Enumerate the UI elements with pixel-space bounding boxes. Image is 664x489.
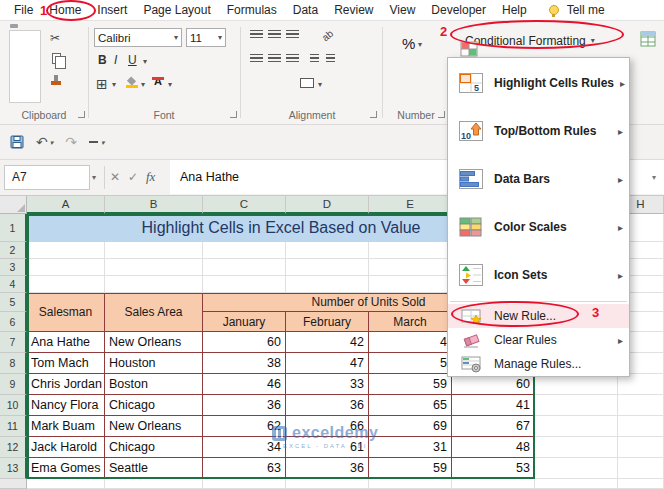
- tab-tell-me[interactable]: Tell me: [559, 0, 613, 20]
- column-header-D[interactable]: D: [286, 196, 369, 214]
- cancel-icon[interactable]: ✕: [110, 170, 120, 184]
- menu-item-data-bars[interactable]: Data Bars ▸: [448, 155, 629, 203]
- cell-C13[interactable]: 63: [203, 458, 286, 479]
- orientation-button[interactable]: ab: [320, 28, 336, 44]
- menu-item-highlight-cells-rules[interactable]: 5 Highlight Cells Rules ▸: [448, 59, 629, 107]
- grid-cell-E2[interactable]: [369, 242, 452, 259]
- cell-B11[interactable]: New Orleans: [105, 416, 203, 437]
- grid-cell-D3[interactable]: [286, 259, 369, 276]
- enter-icon[interactable]: ✓: [128, 170, 138, 184]
- grid-cell-G9[interactable]: [535, 374, 618, 395]
- grid-cell-H12[interactable]: [618, 437, 664, 458]
- font-size-combo[interactable]: 11▾: [186, 28, 226, 47]
- row-header-1[interactable]: 1: [0, 214, 27, 242]
- grid-cell-D14[interactable]: [286, 479, 369, 489]
- cell-D8[interactable]: 47: [286, 353, 369, 374]
- cell-C10[interactable]: 36: [203, 395, 286, 416]
- grid-cell-H9[interactable]: [618, 374, 664, 395]
- cut-button[interactable]: ✂: [50, 31, 60, 45]
- header-salesman[interactable]: Salesman: [27, 293, 105, 332]
- grid-cell-C2[interactable]: [203, 242, 286, 259]
- insert-function-icon[interactable]: fx: [146, 169, 155, 185]
- font-color-chevron-icon[interactable]: ▾: [168, 81, 172, 89]
- grid-cell-C14[interactable]: [203, 479, 286, 489]
- header-month-march[interactable]: March: [369, 312, 452, 332]
- cell-E8[interactable]: 5: [369, 353, 452, 374]
- grid-cell-H13[interactable]: [618, 458, 664, 479]
- tab-data[interactable]: Data: [285, 0, 326, 20]
- cell-F11[interactable]: 67: [452, 416, 535, 437]
- qat-customize-button[interactable]: ▾: [89, 139, 105, 146]
- conditional-formatting-button[interactable]: Conditional Formatting ▾: [456, 29, 599, 53]
- grid-cell-G12[interactable]: [535, 437, 618, 458]
- increase-indent-button[interactable]: [326, 54, 335, 64]
- column-header-E[interactable]: E: [369, 196, 452, 214]
- borders-button[interactable]: ⊞: [96, 77, 108, 91]
- menu-item-top-bottom-rules[interactable]: 10 Top/Bottom Rules ▸: [448, 107, 629, 155]
- cell-D13[interactable]: 36: [286, 458, 369, 479]
- cell-E10[interactable]: 65: [369, 395, 452, 416]
- cell-A12[interactable]: Jack Harold: [27, 437, 105, 458]
- cell-E9[interactable]: 59: [369, 374, 452, 395]
- cell-F12[interactable]: 48: [452, 437, 535, 458]
- merge-center-button[interactable]: [300, 78, 314, 88]
- cell-E7[interactable]: 4: [369, 332, 452, 353]
- grid-cell-A2[interactable]: [27, 242, 105, 259]
- select-all-corner[interactable]: [0, 196, 27, 214]
- grid-cell-E3[interactable]: [369, 259, 452, 276]
- paste-button[interactable]: Paste ▾: [6, 27, 44, 105]
- cell-B7[interactable]: New Orleans: [105, 332, 203, 353]
- grid-cell-D2[interactable]: [286, 242, 369, 259]
- borders-chevron-icon[interactable]: ▾: [112, 81, 116, 89]
- cell-B9[interactable]: Boston: [105, 374, 203, 395]
- cell-C8[interactable]: 38: [203, 353, 286, 374]
- grid-cell-C4[interactable]: [203, 276, 286, 293]
- tab-review[interactable]: Review: [326, 0, 381, 20]
- grid-cell-H10[interactable]: [618, 395, 664, 416]
- cell-D7[interactable]: 42: [286, 332, 369, 353]
- align-right-button[interactable]: [286, 54, 299, 64]
- percent-style-button[interactable]: %: [402, 35, 415, 52]
- tab-file[interactable]: File: [6, 0, 41, 20]
- menu-item-new-rule[interactable]: New Rule...: [448, 304, 629, 328]
- tab-view[interactable]: View: [382, 0, 424, 20]
- name-box-chevron-icon[interactable]: ▾: [92, 173, 96, 182]
- cell-D9[interactable]: 33: [286, 374, 369, 395]
- bold-button[interactable]: B: [98, 53, 107, 67]
- grid-cell-G10[interactable]: [535, 395, 618, 416]
- grid-cell-E14[interactable]: [369, 479, 452, 489]
- row-header-10[interactable]: 10: [0, 395, 27, 416]
- tab-home[interactable]: Home: [41, 0, 89, 20]
- row-header-5[interactable]: 5: [0, 293, 27, 312]
- grid-cell-C3[interactable]: [203, 259, 286, 276]
- row-header-13[interactable]: 13: [0, 458, 27, 479]
- cell-B8[interactable]: Houston: [105, 353, 203, 374]
- cell-B10[interactable]: Chicago: [105, 395, 203, 416]
- cell-E12[interactable]: 31: [369, 437, 452, 458]
- font-color-button[interactable]: A: [154, 76, 162, 86]
- font-dialog-launcher[interactable]: [230, 111, 237, 118]
- menu-item-color-scales[interactable]: Color Scales ▸: [448, 203, 629, 251]
- decrease-indent-button[interactable]: [310, 54, 319, 64]
- grid-cell-G14[interactable]: [535, 479, 618, 489]
- grid-cell-G13[interactable]: [535, 458, 618, 479]
- cell-B13[interactable]: Seattle: [105, 458, 203, 479]
- grid-cell-D4[interactable]: [286, 276, 369, 293]
- undo-button[interactable]: ↶▾: [36, 134, 53, 150]
- cell-A11[interactable]: Mark Buam: [27, 416, 105, 437]
- menu-item-clear-rules[interactable]: Clear Rules ▸: [448, 328, 629, 352]
- underline-options-chevron-icon[interactable]: ▾: [143, 58, 147, 66]
- menu-item-manage-rules[interactable]: Manage Rules...: [448, 352, 629, 376]
- grid-cell-B14[interactable]: [105, 479, 203, 489]
- align-center-button[interactable]: [268, 54, 281, 64]
- row-header-9[interactable]: 9: [0, 374, 27, 395]
- copy-button[interactable]: [52, 53, 61, 64]
- align-left-button[interactable]: [250, 54, 263, 64]
- row-header-8[interactable]: 8: [0, 353, 27, 374]
- header-month-february[interactable]: February: [286, 312, 369, 332]
- row-header-3[interactable]: 3: [0, 259, 27, 276]
- header-sales-area[interactable]: Sales Area: [105, 293, 203, 332]
- grid-cell-G11[interactable]: [535, 416, 618, 437]
- cell-F9[interactable]: 60: [452, 374, 535, 395]
- grid-cell-B4[interactable]: [105, 276, 203, 293]
